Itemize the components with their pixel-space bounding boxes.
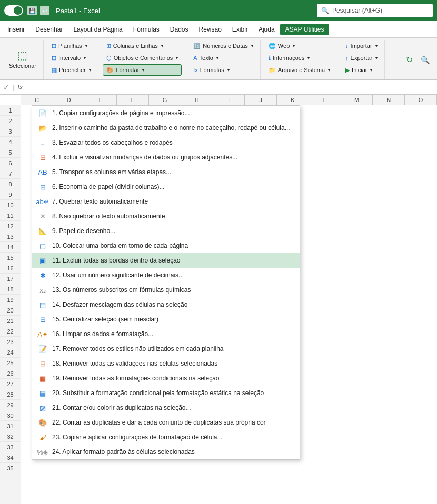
col-header-O[interactable]: O	[405, 95, 437, 105]
menu-item-2[interactable]: 📂2. Inserir o caminho da pasta de trabal…	[32, 120, 300, 135]
search-ribbon-icon: 🔍	[421, 56, 430, 64]
undo-icon[interactable]: ↩	[40, 6, 49, 15]
row-num-1: 1	[0, 105, 21, 116]
menu-item-text-22: 22. Contar as duplicatas e dar a cada co…	[52, 419, 266, 426]
ribbon-group-5: 🌐 Web ▾ ℹ Informações ▾ 📁 Arquivo e Sist…	[262, 40, 337, 79]
menu-item-9[interactable]: 📐9. Papel de desenho...	[32, 224, 300, 238]
title-bar-icons: 💾 ↩	[27, 6, 49, 15]
menu-item-icon-10: ▢	[37, 240, 48, 251]
menu-item-icon-15: ⊟	[37, 314, 48, 325]
ribbon-informacoes[interactable]: ℹ Informações ▾	[265, 52, 334, 64]
save-icon[interactable]: 💾	[27, 6, 37, 15]
menu-item-11[interactable]: ▣11. Excluir todas as bordas dentro da s…	[32, 253, 300, 268]
ribbon-btn-selecionar[interactable]: ⬚ Selecionar	[5, 45, 40, 73]
col-header-G[interactable]: G	[149, 95, 181, 105]
menu-item-18[interactable]: ⊟18. Remover todas as validações nas cél…	[32, 356, 300, 371]
menu-item-13[interactable]: x₂13. Os números subscritos em fórmulas …	[32, 283, 300, 297]
menu-ajuda[interactable]: Ajuda	[253, 24, 280, 35]
ribbon-formatar[interactable]: 🎨 Formatar ▾	[103, 64, 182, 76]
ribbon-preencher[interactable]: ▦ Preencher ▾	[48, 64, 95, 76]
menu-desenhar[interactable]: Desenhar	[30, 24, 68, 35]
row-num-16: 16	[0, 263, 21, 274]
row-numbers: 1234567891011121314151617181920212223242…	[0, 105, 21, 504]
menu-item-5[interactable]: AB5. Transpor as colunas em várias etapa…	[32, 165, 300, 179]
menu-inserir[interactable]: Inserir	[2, 24, 30, 35]
menu-item-16[interactable]: A✦16. Limpar os dados e formatação...	[32, 327, 300, 341]
menu-item-7[interactable]: ab↵7. Quebrar texto automaticamente	[32, 194, 300, 209]
arquivo-label: Arquivo e Sistema	[278, 67, 325, 73]
menu-item-24[interactable]: %◈24. Aplicar formato padrão às células …	[32, 445, 300, 459]
refresh-icon: ↻	[406, 55, 413, 65]
menu-item-4[interactable]: ⊟4. Excluir e visualizar mudanças de dad…	[32, 150, 300, 165]
menu-item-15[interactable]: ⊟15. Centralizar seleção (sem mesclar)	[32, 312, 300, 327]
ribbon-texto[interactable]: A Texto ▾	[190, 52, 257, 64]
row-num-6: 6	[0, 158, 21, 168]
col-header-K[interactable]: K	[277, 95, 309, 105]
menu-item-1[interactable]: 📄1. Copiar configurações de página e imp…	[32, 106, 300, 120]
ribbon-arquivo[interactable]: 📁 Arquivo e Sistema ▾	[265, 64, 334, 76]
row-num-9: 9	[0, 189, 21, 200]
menu-item-21[interactable]: ▨21. Contar e/ou colorir as duplicatas n…	[32, 400, 300, 415]
row-num-25: 25	[0, 358, 21, 368]
col-header-E[interactable]: E	[85, 95, 117, 105]
menu-revisao[interactable]: Revisão	[194, 24, 227, 35]
menu-item-10[interactable]: ▢10. Colocar uma borda em torno de cada …	[32, 238, 300, 253]
menu-item-text-9: 9. Papel de desenho...	[52, 227, 115, 235]
menu-item-17[interactable]: 📝17. Remover todos os estilos não utiliz…	[32, 341, 300, 356]
ribbon-iniciar[interactable]: ▶ Iniciar ▾	[342, 64, 381, 76]
informacoes-label: Informações	[273, 55, 305, 61]
refresh-btn[interactable]: ↻	[401, 52, 417, 68]
menu-item-23[interactable]: 🖌23. Copiar e aplicar configurações de f…	[32, 430, 300, 445]
colunas-label: Colunas e Linhas	[113, 43, 158, 49]
col-header-I[interactable]: I	[213, 95, 245, 105]
menu-item-icon-9: 📐	[37, 226, 48, 236]
menu-layout[interactable]: Layout da Página	[68, 24, 127, 35]
menu-item-text-7: 7. Quebrar texto automaticamente	[52, 198, 148, 205]
numeros-icon: 🔢	[193, 43, 201, 49]
planilhas-icon: ⊞	[52, 43, 56, 49]
menu-item-icon-4: ⊟	[37, 152, 48, 163]
menu-dados[interactable]: Dados	[165, 24, 194, 35]
search-ribbon-btn[interactable]: 🔍	[417, 52, 433, 68]
col-header-C[interactable]: C	[21, 95, 53, 105]
toggle-switch[interactable]	[4, 5, 23, 16]
menu-item-8[interactable]: ✕8. Não quebrar o texto automaticamente	[32, 209, 300, 224]
formula-check[interactable]: ✓	[3, 83, 9, 92]
col-header-L[interactable]: L	[309, 95, 341, 105]
col-header-J[interactable]: J	[245, 95, 277, 105]
menu-item-19[interactable]: ▦19. Remover todas as formatações condic…	[32, 371, 300, 386]
col-header-F[interactable]: F	[117, 95, 149, 105]
menu-item-6[interactable]: ⊞6. Economia de papel (dividir colunas).…	[32, 179, 300, 194]
row-num-3: 3	[0, 126, 21, 137]
menu-item-icon-13: x₂	[37, 285, 48, 295]
ribbon-formulas[interactable]: fx Fórmulas ▾	[190, 64, 257, 76]
row-num-23: 23	[0, 337, 21, 347]
menu-item-icon-19: ▦	[37, 373, 48, 384]
ribbon-numeros[interactable]: 🔢 Números e Datas ▾	[190, 40, 257, 52]
col-header-N[interactable]: N	[373, 95, 405, 105]
ribbon-planilhas[interactable]: ⊞ Planilhas ▾	[48, 40, 95, 52]
ribbon-web[interactable]: 🌐 Web ▾	[265, 40, 334, 52]
ribbon-colunas[interactable]: ⊞ Colunas e Linhas ▾	[103, 40, 182, 52]
menu-asap[interactable]: ASAP Utilities	[280, 24, 330, 35]
arquivo-chevron: ▾	[328, 68, 330, 73]
menu-item-22[interactable]: 🎨22. Contar as duplicatas e dar a cada c…	[32, 415, 300, 430]
row-num-19: 19	[0, 295, 21, 305]
col-header-M[interactable]: M	[341, 95, 373, 105]
menu-formulas[interactable]: Fórmulas	[128, 24, 165, 35]
search-bar[interactable]: 🔍 Pesquisar (Alt+G)	[317, 4, 433, 17]
menu-item-20[interactable]: ▤20. Substituir a formatação condicional…	[32, 386, 300, 400]
menu-item-3[interactable]: ≡3. Esvaziar todos os cabeçalhos e rodap…	[32, 135, 300, 150]
ribbon-objetos[interactable]: ⬡ Objetos e Comentários ▾	[103, 52, 182, 64]
menu-item-icon-24: %◈	[37, 447, 48, 457]
menu-item-12[interactable]: ✱12. Usar um número significante de deci…	[32, 268, 300, 283]
ribbon: ⬚ Selecionar ⊞ Planilhas ▾ ⊟ Intervalo ▾…	[0, 38, 437, 80]
col-header-D[interactable]: D	[53, 95, 85, 105]
ribbon-importar[interactable]: ↓ Importar ▾	[342, 40, 381, 52]
menu-item-14[interactable]: ▤14. Desfazer mesclagem das células na s…	[32, 297, 300, 312]
ribbon-intervalo[interactable]: ⊟ Intervalo ▾	[48, 52, 95, 64]
col-header-H[interactable]: H	[181, 95, 213, 105]
menu-exibir[interactable]: Exibir	[227, 24, 253, 35]
ribbon-exportar[interactable]: ↑ Exportar ▾	[342, 52, 381, 64]
formulas-chevron: ▾	[227, 68, 230, 73]
